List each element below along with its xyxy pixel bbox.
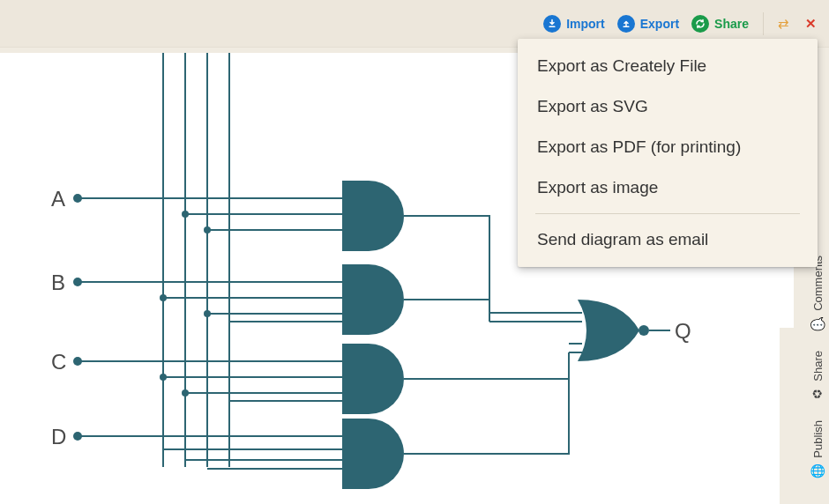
svg-rect-1 [623, 26, 629, 27]
input-label-c: C [51, 350, 66, 374]
svg-point-26 [204, 226, 211, 233]
svg-point-23 [73, 357, 82, 366]
export-pdf[interactable]: Export as PDF (for printing) [518, 127, 818, 167]
svg-point-35 [639, 325, 649, 336]
tab-publish[interactable]: 🌐 Publish [810, 420, 825, 478]
export-image[interactable]: Export as image [518, 167, 818, 208]
right-side-tabs: 💬 Comments ♻ Share 🌐 Publish [806, 256, 829, 478]
export-button[interactable]: Export [617, 15, 679, 33]
svg-point-21 [73, 194, 82, 203]
export-label: Export [640, 17, 679, 31]
send-diagram-email[interactable]: Send diagram as email [518, 219, 818, 260]
share-button[interactable]: Share [691, 15, 749, 33]
publish-icon: 🌐 [810, 463, 825, 478]
input-label-d: D [51, 425, 66, 449]
download-circle-icon [543, 15, 561, 33]
share-icon: ♻ [810, 387, 825, 401]
svg-point-29 [160, 374, 167, 381]
svg-point-28 [204, 310, 211, 317]
input-label-b: B [51, 271, 65, 295]
tab-publish-label: Publish [811, 420, 825, 458]
input-label-a: A [51, 187, 65, 211]
output-label-q: Q [675, 319, 691, 344]
toolbar-separator [763, 12, 764, 35]
tab-share-label: Share [811, 351, 825, 382]
sync-circle-icon [691, 15, 709, 33]
comments-icon: 💬 [810, 316, 825, 331]
export-dropdown-menu: Export as Creately File Export as SVG Ex… [518, 39, 818, 267]
upload-circle-icon [617, 15, 635, 33]
svg-point-25 [182, 211, 189, 218]
export-svg[interactable]: Export as SVG [518, 86, 818, 127]
svg-point-22 [73, 278, 82, 286]
share-label: Share [714, 17, 749, 31]
swap-icon[interactable]: ⇄ [778, 16, 789, 32]
tab-share[interactable]: ♻ Share [810, 351, 825, 401]
export-creately-file[interactable]: Export as Creately File [518, 46, 818, 86]
import-button[interactable]: Import [543, 15, 605, 33]
import-label: Import [566, 17, 605, 31]
menu-divider [535, 213, 800, 214]
svg-rect-0 [549, 26, 556, 27]
close-icon[interactable]: ✕ [802, 16, 820, 32]
svg-point-27 [160, 294, 167, 301]
svg-point-30 [182, 389, 189, 397]
svg-point-24 [73, 432, 82, 441]
